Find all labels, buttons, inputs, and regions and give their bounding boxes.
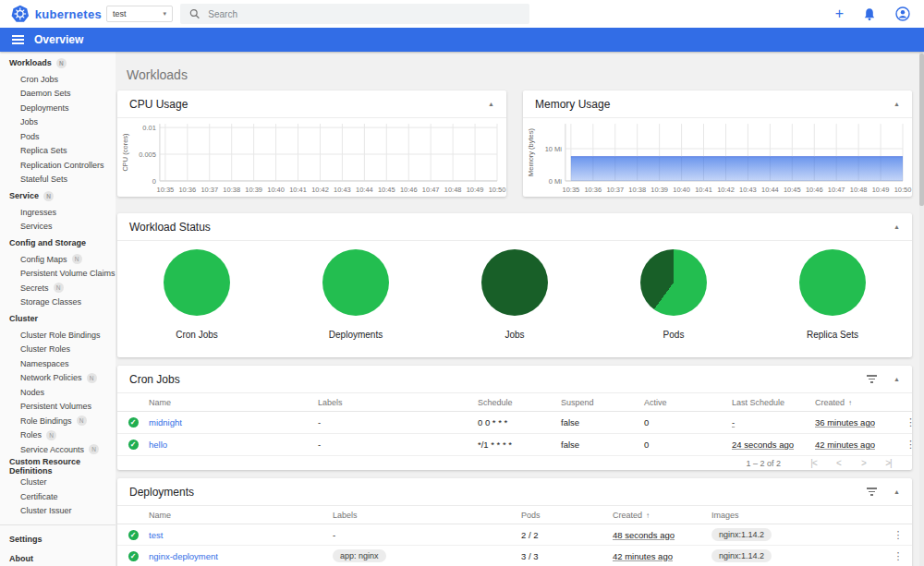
sidebar-item-about[interactable]: About xyxy=(0,548,116,566)
column-header-created[interactable]: Created↑ xyxy=(815,398,906,407)
sidebar-item-ingresses[interactable]: Ingresses xyxy=(0,205,116,220)
namespace-select[interactable]: test ▾ xyxy=(106,6,173,22)
workload-status-title: Workload Status xyxy=(129,221,211,234)
sidebar-item-cluster[interactable]: Cluster xyxy=(0,476,116,490)
collapse-card-icon[interactable]: ▲ xyxy=(894,101,900,107)
column-header-created[interactable]: Created↑ xyxy=(613,511,711,520)
sidebar-item-cron-jobs[interactable]: Cron Jobs xyxy=(0,72,116,87)
last-schedule-cell: - xyxy=(732,417,815,428)
row-actions-kebab-icon[interactable]: ⋮ xyxy=(906,439,912,451)
menu-hamburger-icon[interactable] xyxy=(12,35,24,44)
column-header-label: Name xyxy=(149,511,171,520)
column-header-label: Suspend xyxy=(561,398,594,407)
sidebar-item-persistent-volumes[interactable]: Persistent Volumes xyxy=(0,400,116,415)
sidebar-item-daemon-sets[interactable]: Daemon Sets xyxy=(0,87,116,102)
scrollbar-thumb[interactable] xyxy=(919,54,924,206)
next-page-icon[interactable]: > xyxy=(851,458,876,468)
cpu-usage-chart: 00.0050.0110:3510:3610:3710:3810:3910:40… xyxy=(117,118,506,197)
sidebar-item-settings[interactable]: Settings xyxy=(0,529,116,548)
sidebar-item-nodes[interactable]: Nodes xyxy=(0,385,116,400)
namespaced-badge: N xyxy=(77,415,87,426)
sidebar-item-roles[interactable]: RolesN xyxy=(0,428,116,443)
sidebar-item-cluster-issuer[interactable]: Cluster Issuer xyxy=(0,504,116,519)
svg-text:10:48: 10:48 xyxy=(444,186,462,194)
table-row-nginx-deployment: ✓nginx-deploymentapp: nginx3 / 342 minut… xyxy=(117,546,912,566)
column-header-name[interactable]: Name xyxy=(149,511,333,520)
memory-usage-chart: 0 Mi10 Mi10:3510:3610:3710:3810:3910:401… xyxy=(523,118,912,197)
collapse-card-icon[interactable]: ▲ xyxy=(488,101,494,107)
status-ok-icon: ✓ xyxy=(128,551,139,561)
sidebar-item-replica-sets[interactable]: Replica Sets xyxy=(0,144,116,159)
row-actions-kebab-icon[interactable]: ⋮ xyxy=(884,529,912,541)
image-chip: nginx:1.14.2 xyxy=(711,528,772,541)
column-header-pods[interactable]: Pods xyxy=(521,511,613,520)
pie-chart xyxy=(640,249,707,316)
filter-icon[interactable] xyxy=(867,488,877,496)
sidebar-item-cluster-roles[interactable]: Cluster Roles xyxy=(0,343,116,357)
status-ok-icon: ✓ xyxy=(128,417,139,428)
sidebar-item-replication-controllers[interactable]: Replication Controllers xyxy=(0,158,116,173)
column-header-schedule[interactable]: Schedule xyxy=(478,398,561,407)
sidebar-item-namespaces[interactable]: Namespaces xyxy=(0,356,116,371)
svg-text:10:50: 10:50 xyxy=(894,186,912,194)
pie-chart-label: Cron Jobs xyxy=(176,330,218,340)
created-cell: 42 minutes ago xyxy=(613,551,711,561)
image-chip: nginx:1.14.2 xyxy=(711,549,772,562)
prev-page-icon[interactable]: < xyxy=(826,458,851,468)
kubernetes-logo[interactable]: kubernetes xyxy=(0,5,102,23)
workload-pie-replica-sets: Replica Sets xyxy=(753,249,912,340)
sidebar-item-secrets[interactable]: SecretsN xyxy=(0,281,116,295)
sidebar-item-label: Config Maps xyxy=(20,255,67,264)
svg-text:CPU (cores): CPU (cores) xyxy=(121,133,129,172)
cron-job-name-link[interactable]: hello xyxy=(149,440,318,450)
column-header-images[interactable]: Images xyxy=(711,511,884,520)
collapse-card-icon[interactable]: ▲ xyxy=(894,223,900,230)
sidebar-item-persistent-volume-claims[interactable]: Persistent Volume ClaimsN xyxy=(0,267,116,282)
cron-job-name-link[interactable]: midnight xyxy=(149,417,318,428)
sidebar-item-stateful-sets[interactable]: Stateful Sets xyxy=(0,173,116,187)
last-page-icon[interactable]: >| xyxy=(876,458,901,468)
sidebar-item-jobs[interactable]: Jobs xyxy=(0,115,116,130)
sidebar-item-services[interactable]: Services xyxy=(0,220,116,235)
svg-text:10:49: 10:49 xyxy=(872,186,890,194)
deployment-name-link[interactable]: nginx-deployment xyxy=(149,551,333,561)
create-resource-button[interactable]: + xyxy=(835,6,844,21)
account-icon[interactable] xyxy=(895,6,910,21)
sidebar-item-deployments[interactable]: Deployments xyxy=(0,101,116,115)
sidebar-nav: WorkloadsNCron JobsDaemon SetsDeployment… xyxy=(0,52,116,566)
column-header-suspend[interactable]: Suspend xyxy=(561,398,644,407)
sidebar-item-cluster-role-bindings[interactable]: Cluster Role Bindings xyxy=(0,328,116,343)
sidebar-item-service-accounts[interactable]: Service AccountsN xyxy=(0,442,116,457)
column-header-active[interactable]: Active xyxy=(644,398,732,407)
first-page-icon[interactable]: |< xyxy=(801,458,826,468)
filter-icon[interactable] xyxy=(867,375,877,383)
label-chip: app: nginx xyxy=(333,549,386,562)
sidebar-item-storage-classes[interactable]: Storage Classes xyxy=(0,295,116,310)
page-title: Workloads xyxy=(127,67,912,82)
sidebar-item-certificate[interactable]: Certificate xyxy=(0,489,116,504)
pie-chart xyxy=(322,249,389,316)
sidebar-item-config-maps[interactable]: Config MapsN xyxy=(0,252,116,267)
row-actions-kebab-icon[interactable]: ⋮ xyxy=(906,416,912,428)
active-cell: 0 xyxy=(644,417,732,428)
column-header-labels[interactable]: Labels xyxy=(333,511,521,520)
sidebar-item-pods[interactable]: Pods xyxy=(0,129,116,144)
deployment-name-link[interactable]: test xyxy=(149,530,333,540)
svg-text:10 Mi: 10 Mi xyxy=(545,145,563,153)
column-header-name[interactable]: Name xyxy=(149,398,318,407)
search-input[interactable] xyxy=(208,9,520,19)
search-icon xyxy=(189,8,200,19)
workload-pie-cron-jobs: Cron Jobs xyxy=(117,249,276,340)
notifications-bell-icon[interactable] xyxy=(863,7,876,21)
column-header-labels[interactable]: Labels xyxy=(318,398,478,407)
sidebar-item-network-policies[interactable]: Network PoliciesN xyxy=(0,371,116,386)
collapse-card-icon[interactable]: ▲ xyxy=(894,488,900,495)
sidebar-item-role-bindings[interactable]: Role BindingsN xyxy=(0,414,116,428)
row-actions-kebab-icon[interactable]: ⋮ xyxy=(884,550,912,562)
page-scrollbar[interactable] xyxy=(919,52,924,566)
column-header-last-schedule[interactable]: Last Schedule xyxy=(732,398,815,407)
search-bar[interactable] xyxy=(180,4,529,24)
sidebar-item-label: Ingresses xyxy=(20,208,56,217)
sidebar-item-label: Stateful Sets xyxy=(20,175,67,184)
collapse-card-icon[interactable]: ▲ xyxy=(894,376,900,382)
